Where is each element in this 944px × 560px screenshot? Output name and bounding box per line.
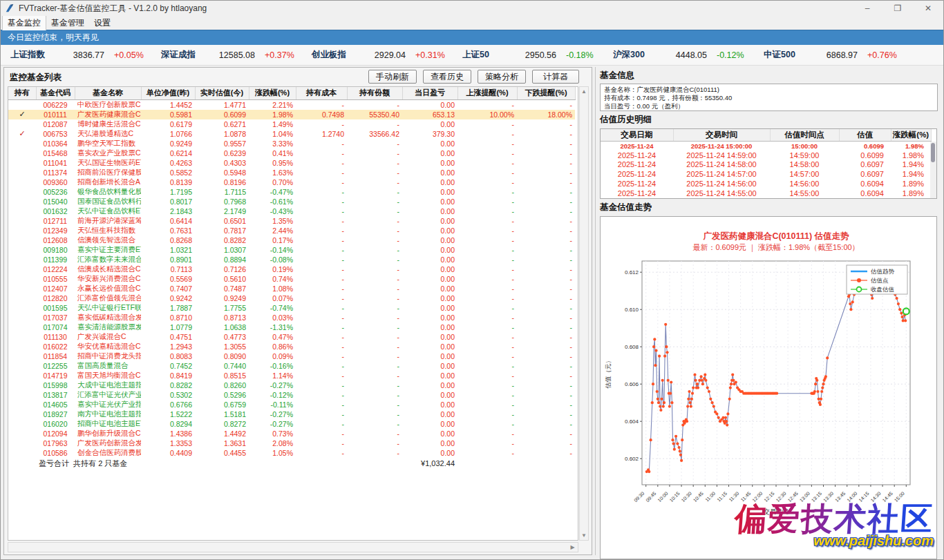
fund-row[interactable]: 018927南方中证电池主题指数1.52221.5181-0.27%--0.00… bbox=[8, 409, 575, 419]
fund-row[interactable]: 017963广发医药创新混合发起1.33531.36312.08%--0.00-… bbox=[8, 438, 575, 448]
strategy-analysis-button[interactable]: 策略分析 bbox=[478, 70, 526, 84]
column-header[interactable]: 单位净值(昨) bbox=[141, 87, 195, 99]
fund-row[interactable]: 016020招商中证电池主题ETF联接0.82940.8272-0.27%--0… bbox=[8, 419, 575, 429]
cell-name: 嘉实中证主要消费ETF联接 bbox=[75, 245, 141, 255]
cell-held bbox=[8, 255, 36, 264]
column-header[interactable]: 当日盈亏 bbox=[402, 87, 457, 99]
history-column-header[interactable]: 交易日期 bbox=[601, 129, 673, 141]
fund-row[interactable]: 017037嘉实低碳精选混合发起0.87100.87130.03%--0.00-… bbox=[8, 313, 575, 322]
cell-change: -0.74% bbox=[249, 303, 296, 313]
history-row[interactable]: 2025-11-242025-11-24 15:00:0015:00:000.6… bbox=[601, 141, 931, 151]
cell-change: -1.31% bbox=[249, 322, 296, 332]
fund-row[interactable]: 010364鹏华空天军工指数0.92490.95573.33%--0.00-- bbox=[8, 139, 575, 148]
cell-held bbox=[8, 448, 36, 458]
cell-up-alert: - bbox=[457, 438, 517, 448]
cell-name: 富国天旭均衡混合C bbox=[75, 371, 141, 380]
column-header[interactable]: 基金代码 bbox=[36, 87, 75, 99]
fund-row[interactable]: 016022华安优嘉精选混合C1.29431.30550.86%--0.00-- bbox=[8, 342, 575, 351]
history-column-header[interactable]: 交易时间 bbox=[673, 129, 770, 141]
menu-item-fund-monitor[interactable]: 基金监控 bbox=[2, 15, 46, 30]
fund-row[interactable]: 015040国泰国证食品饮料行业0.80170.7968-0.61%--0.00… bbox=[8, 197, 575, 206]
column-header[interactable]: 上涨提醒(%) bbox=[457, 87, 517, 99]
cell-pnl: 0.00 bbox=[402, 400, 457, 409]
fund-row[interactable]: 015998大成中证电池主题指数0.82820.8260-0.27%--0.00… bbox=[8, 380, 575, 390]
cell-code: 011399 bbox=[36, 255, 75, 264]
fund-row[interactable]: ✓006753天弘港股通精选C1.07661.08781.04%1.274033… bbox=[8, 129, 575, 139]
cell-nav: 0.5852 bbox=[141, 168, 195, 177]
fund-row[interactable]: 009360招商创新增长混合A0.81390.81960.70%--0.00-- bbox=[8, 177, 575, 187]
close-button[interactable]: ✕ bbox=[913, 1, 943, 16]
column-header[interactable]: 实时估值(今) bbox=[195, 87, 249, 99]
fund-row[interactable]: ✓010111广发医药健康混合C0.59810.60991.98%0.74985… bbox=[8, 110, 575, 119]
manual-refresh-button[interactable]: 手动刷新 bbox=[368, 70, 417, 84]
cell-cost: - bbox=[296, 264, 347, 274]
fund-table-vertical-scrollbar[interactable]: ▲ ▼ bbox=[579, 86, 589, 541]
history-row[interactable]: 2025-11-242025-11-24 14:55:0014:55:000.6… bbox=[601, 189, 931, 198]
history-row[interactable]: 2025-11-242025-11-24 14:56:0014:56:000.6… bbox=[601, 179, 931, 189]
column-header[interactable]: 持有份额 bbox=[347, 87, 402, 99]
cell-estimate: 0.7126 bbox=[195, 264, 249, 274]
fund-row[interactable]: 011399汇添富数字未来混合A0.89010.8894-0.08%--0.00… bbox=[8, 255, 575, 264]
menu-item-fund-manage[interactable]: 基金管理 bbox=[46, 16, 89, 30]
fund-row[interactable]: 001632天弘中证食品饮料ETF联接2.18432.1749-0.43%--0… bbox=[8, 206, 575, 216]
fund-row[interactable]: 013817汇添富中证光伏产业指数0.53020.5296-0.12%--0.0… bbox=[8, 390, 575, 400]
history-column-header[interactable]: 估值时间点 bbox=[770, 129, 839, 141]
cell-nav: 2.1843 bbox=[141, 206, 195, 216]
column-header[interactable]: 基金名称 bbox=[75, 87, 141, 99]
history-scrollbar[interactable] bbox=[930, 142, 936, 198]
fund-table-footer: 盈亏合计 共持有 2 只基金¥1,032.44 bbox=[8, 458, 575, 470]
fund-row[interactable]: 012255富国高质量混合0.74520.7440-0.16%--0.00-- bbox=[8, 361, 575, 371]
fund-row[interactable]: 014605嘉实中证光伏产业指数0.67660.6759-0.11%--0.00… bbox=[8, 400, 575, 409]
history-scrollbar-thumb[interactable] bbox=[931, 143, 935, 162]
history-row[interactable]: 2025-11-242025-11-24 14:59:0014:59:000.6… bbox=[601, 151, 931, 160]
fund-row[interactable]: 012349天弘恒生科技指数0.76310.78172.44%--0.00-- bbox=[8, 226, 575, 235]
svg-text:0.606: 0.606 bbox=[625, 381, 639, 387]
fund-row[interactable]: 011041天弘国证生物医药ETF联接0.42630.43030.95%--0.… bbox=[8, 158, 575, 168]
fund-row[interactable]: 012224信澳成长精选混合C0.71130.71260.19%--0.00-- bbox=[8, 264, 575, 274]
fund-row[interactable]: 015468嘉实农业产业股票C0.62140.62390.41%--0.00-- bbox=[8, 148, 575, 158]
fund-row[interactable]: 012608信澳领先智选混合0.82680.82820.17%--0.00-- bbox=[8, 235, 575, 245]
fund-row[interactable]: 010555华安新兴消费混合C0.55690.56100.74%--0.00-- bbox=[8, 274, 575, 284]
cell-change: -0.61% bbox=[249, 197, 296, 206]
minimize-button[interactable]: – bbox=[852, 1, 882, 16]
column-header[interactable]: 持有成本 bbox=[296, 87, 347, 99]
fund-row[interactable]: 011854招商中证消费龙头指数0.80830.80900.09%--0.00-… bbox=[8, 351, 575, 361]
history-column-header[interactable]: 涨跌幅(%) bbox=[891, 129, 931, 141]
column-header[interactable]: 下跌提醒(%) bbox=[517, 87, 575, 99]
cell-pnl: 0.00 bbox=[402, 322, 457, 332]
fund-row[interactable]: 012711前海开源沪港深蓝筹精选0.64140.65011.35%--0.00… bbox=[8, 216, 575, 226]
history-column-header[interactable]: 估值 bbox=[839, 129, 891, 141]
scroll-down-icon[interactable]: ▼ bbox=[580, 531, 588, 540]
fund-row[interactable]: 011374招商前沿医疗保健股票0.58520.59481.63%--0.00-… bbox=[8, 168, 575, 177]
fund-row[interactable]: 014719富国天旭均衡混合C0.84190.85151.14%--0.00-- bbox=[8, 371, 575, 380]
menu-item-settings[interactable]: 设置 bbox=[89, 16, 115, 30]
history-row[interactable]: 2025-11-242025-11-24 14:57:0014:57:000.6… bbox=[601, 169, 931, 179]
fund-row[interactable]: 011130广发兴诚混合C0.47510.47730.47%--0.00-- bbox=[8, 332, 575, 342]
fund-row[interactable]: 010586创金合信医药消费股票0.44090.44551.05%--0.00-… bbox=[8, 448, 575, 458]
fund-row[interactable]: 001595天弘中证银行ETF联接1.78871.7755-0.74%--0.0… bbox=[8, 303, 575, 313]
column-header[interactable]: 持有 bbox=[8, 87, 36, 99]
fund-row[interactable]: 005236银华食品饮料量化股票1.71951.7115-0.47%--0.00… bbox=[8, 187, 575, 197]
cell-cost: - bbox=[296, 371, 347, 380]
restore-button[interactable]: ❐ bbox=[882, 1, 913, 16]
fund-row[interactable]: 017074嘉实清洁能源股票发起1.07791.0638-1.31%--0.00… bbox=[8, 322, 575, 332]
scroll-up-icon[interactable]: ▲ bbox=[580, 87, 588, 96]
column-header[interactable]: 涨跌幅(%) bbox=[249, 87, 296, 99]
cell-est-change: 1.89% bbox=[891, 189, 931, 198]
calculator-button[interactable]: 计算器 bbox=[532, 70, 579, 84]
fund-row[interactable]: 012407永赢长远价值混合C0.74070.74871.08%--0.00-- bbox=[8, 284, 575, 293]
cell-down-alert: - bbox=[517, 129, 575, 139]
scroll-right-icon[interactable]: ▶ bbox=[568, 543, 577, 552]
fund-row[interactable]: 012094鹏华创新升级混合C1.43861.44920.73%--0.00-- bbox=[8, 429, 575, 438]
fund-row[interactable]: 009180嘉实中证主要消费ETF联接1.03211.0307-0.14%--0… bbox=[8, 245, 575, 255]
cell-change: 3.33% bbox=[249, 139, 296, 148]
fund-row[interactable]: 012087博时健康生活混合C0.61790.62711.49%--0.00-- bbox=[8, 119, 575, 129]
ticker-item: 中证5006868.97+0.76% bbox=[764, 49, 914, 61]
fund-row[interactable]: 006229中欧医疗创新股票C1.44521.47712.21%--0.00-- bbox=[8, 99, 575, 110]
history-row[interactable]: 2025-11-242025-11-24 14:58:0014:58:000.6… bbox=[601, 160, 931, 170]
view-history-button[interactable]: 查看历史 bbox=[423, 70, 471, 84]
cell-change: -0.27% bbox=[249, 419, 296, 429]
fund-row[interactable]: 012820汇添富价值领先混合0.92420.92490.07%--0.00-- bbox=[8, 293, 575, 303]
fund-table-horizontal-scrollbar[interactable]: ▶ bbox=[8, 542, 578, 552]
status-banner-text: 今日监控结束，明天再见 bbox=[8, 32, 99, 44]
